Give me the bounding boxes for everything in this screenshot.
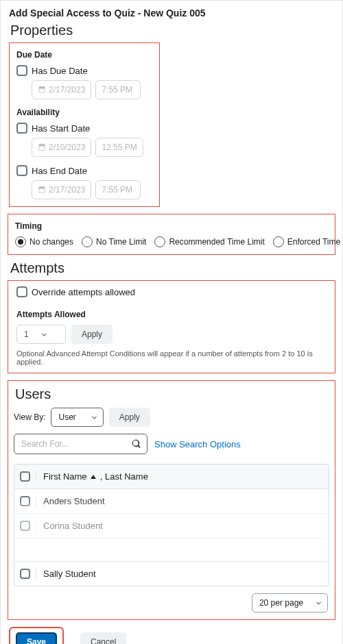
override-attempts-label: Override attempts allowed — [32, 287, 135, 297]
due-time-value: 7:55 PM — [102, 85, 132, 95]
row-checkbox[interactable] — [20, 569, 30, 579]
row-checkbox[interactable] — [20, 496, 30, 506]
search-input[interactable]: Search For... — [14, 434, 147, 454]
timing-no-time-limit[interactable]: No Time Limit — [82, 236, 146, 247]
radio-icon — [15, 236, 26, 247]
search-icon — [132, 439, 141, 449]
has-due-date-label: Has Due Date — [32, 66, 88, 76]
override-attempts-checkbox[interactable] — [16, 286, 27, 297]
availability-heading: Availability — [16, 108, 152, 117]
calendar-icon — [38, 186, 46, 194]
users-heading: Users — [15, 386, 329, 402]
end-date-input[interactable]: 2/17/2023 — [32, 180, 91, 199]
start-date-value: 2/10/2023 — [49, 143, 85, 152]
page-title: Add Special Access to Quiz - New Quiz 00… — [9, 8, 337, 18]
properties-panel: Due Date Has Due Date 2/17/2023 7:55 PM … — [9, 42, 160, 207]
properties-heading: Properties — [10, 23, 337, 38]
timing-no-time-limit-label: No Time Limit — [96, 237, 146, 247]
select-all-checkbox[interactable] — [20, 471, 30, 482]
radio-icon — [154, 236, 165, 247]
attempts-hint: Optional Advanced Attempt Conditions wil… — [16, 349, 328, 366]
timing-recommended[interactable]: Recommended Time Limit — [154, 236, 264, 247]
search-placeholder: Search For... — [21, 439, 69, 449]
end-time-value: 7:55 PM — [102, 185, 132, 195]
save-button[interactable]: Save — [16, 632, 57, 644]
save-highlight: Save 👆 — [9, 627, 64, 644]
chevron-down-icon — [316, 600, 322, 606]
users-panel: Users View By: User Apply Search For... … — [8, 380, 335, 620]
radio-icon — [273, 236, 284, 247]
start-time-input[interactable]: 12:55 PM — [95, 138, 143, 157]
calendar-icon — [38, 86, 46, 94]
has-due-date-checkbox[interactable] — [16, 65, 27, 76]
dialog: Add Special Access to Quiz - New Quiz 00… — [0, 0, 343, 644]
viewby-value: User — [58, 412, 75, 422]
page-size-select[interactable]: 20 per page — [252, 593, 328, 612]
timing-panel: Timing No changes No Time Limit Recommen… — [8, 214, 335, 255]
row-name: Anders Student — [43, 496, 323, 506]
attempts-panel: Override attempts allowed Attempts Allow… — [8, 280, 335, 373]
attempts-heading: Attempts — [10, 260, 337, 276]
due-date-value: 2/17/2023 — [49, 85, 85, 95]
timing-enforced-label: Enforced Time Limit — [287, 237, 343, 247]
table-row — [14, 538, 329, 561]
viewby-apply-button[interactable]: Apply — [109, 408, 150, 427]
viewby-select[interactable]: User — [51, 408, 103, 427]
radio-icon — [82, 236, 93, 247]
due-date-heading: Due Date — [16, 50, 152, 60]
show-search-options-link[interactable]: Show Search Options — [154, 439, 241, 449]
row-name: Sally Student — [43, 569, 323, 579]
sort-asc-icon — [91, 475, 96, 479]
due-time-input[interactable]: 7:55 PM — [95, 80, 141, 99]
timing-recommended-label: Recommended Time Limit — [169, 237, 264, 247]
end-date-value: 2/17/2023 — [49, 185, 85, 195]
has-end-date-label: Has End Date — [32, 166, 87, 176]
table-row: Corina Student — [14, 513, 329, 538]
has-start-date-label: Has Start Date — [32, 123, 90, 134]
attempts-allowed-value: 1 — [24, 330, 29, 339]
cancel-button[interactable]: Cancel — [80, 632, 126, 644]
calendar-icon — [38, 143, 46, 151]
timing-no-changes-label: No changes — [29, 237, 73, 247]
table-header: First Name , Last Name — [14, 465, 329, 488]
start-time-value: 12:55 PM — [102, 143, 137, 152]
has-start-date-checkbox[interactable] — [16, 123, 27, 134]
start-date-input[interactable]: 2/10/2023 — [32, 138, 91, 157]
chevron-down-icon — [91, 414, 97, 421]
timing-heading: Timing — [15, 221, 331, 231]
row-name: Corina Student — [43, 521, 323, 531]
col-name-header[interactable]: First Name , Last Name — [43, 471, 323, 482]
attempts-allowed-label: Attempts Allowed — [16, 310, 328, 319]
row-checkbox[interactable] — [20, 521, 30, 531]
table-row: Sally Student — [14, 561, 329, 586]
due-date-input[interactable]: 2/17/2023 — [32, 80, 91, 99]
footer-buttons: Save 👆 Cancel — [9, 627, 337, 644]
viewby-label: View By: — [14, 412, 45, 422]
col-first-name: First Name — [43, 471, 87, 482]
timing-no-changes[interactable]: No changes — [15, 236, 73, 247]
timing-enforced[interactable]: Enforced Time Limit — [273, 236, 343, 247]
end-time-input[interactable]: 7:55 PM — [95, 180, 141, 199]
col-last-name: , Last Name — [100, 471, 148, 482]
table-row: Anders Student — [14, 488, 329, 513]
page-size-value: 20 per page — [259, 598, 303, 608]
attempts-apply-button[interactable]: Apply — [71, 325, 113, 344]
attempts-allowed-select[interactable]: 1 — [16, 325, 66, 344]
users-table: First Name , Last Name Anders Student Co… — [14, 464, 329, 586]
has-end-date-checkbox[interactable] — [16, 165, 27, 176]
chevron-down-icon — [41, 332, 47, 338]
